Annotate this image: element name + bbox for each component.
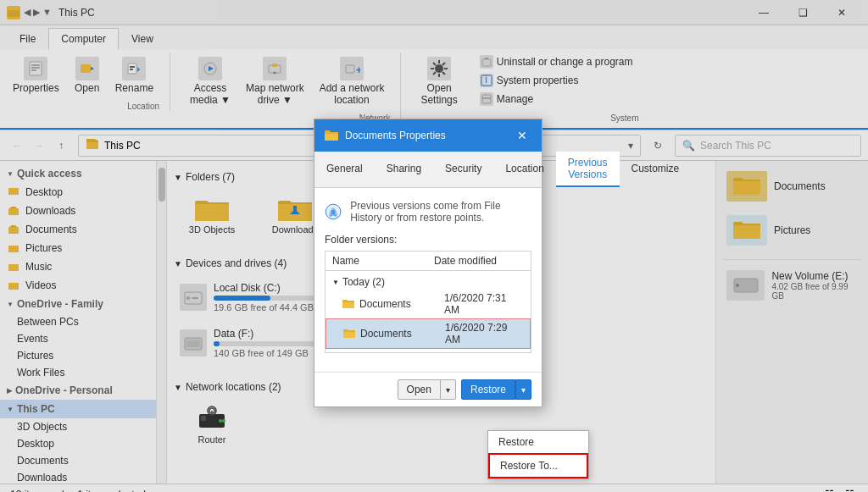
modal-tab-security[interactable]: Security (433, 152, 493, 187)
modal-tabs: General Sharing Security Location Previo… (314, 152, 542, 188)
modal-titlebar: Documents Properties ✕ (314, 119, 542, 152)
folder-versions-label: Folder versions: (325, 234, 531, 246)
modal-title: Documents Properties (345, 130, 446, 141)
version-name-1: Documents (359, 298, 444, 310)
versions-header-name: Name (332, 255, 434, 267)
modal-overlay: Documents Properties ✕ General Sharing S… (0, 0, 868, 492)
restore-dropdown-item-restore[interactable]: Restore (488, 431, 588, 453)
versions-group-label: Today (2) (342, 276, 385, 288)
open-split-button: Open ▾ (398, 379, 456, 400)
restore-button[interactable]: Restore (461, 379, 515, 400)
modal-tab-sharing[interactable]: Sharing (375, 152, 433, 187)
open-dropdown-arrow[interactable]: ▾ (441, 379, 456, 400)
versions-table: Name Date modified ▼ Today (2) Documents (325, 251, 531, 353)
modal-tab-location[interactable]: Location (493, 152, 555, 187)
version-folder-icon-2 (343, 328, 355, 340)
modal-info-icon (325, 198, 342, 225)
restore-dropdown-arrow[interactable]: ▾ (515, 379, 531, 400)
modal-close-button[interactable]: ✕ (513, 126, 531, 145)
versions-group-today-header: ▼ Today (2) (326, 274, 531, 290)
modal-titlebar-left: Documents Properties (325, 129, 446, 142)
modal-footer: Open ▾ Restore ▾ (314, 372, 542, 406)
restore-dropdown: Restore Restore To... (487, 430, 589, 479)
restore-dropdown-item-restore-to[interactable]: Restore To... (488, 453, 588, 478)
version-date-1: 1/6/2020 7:31 AM (444, 292, 524, 316)
documents-properties-modal: Documents Properties ✕ General Sharing S… (314, 119, 542, 407)
versions-today-group: ▼ Today (2) Documents 1/6/2020 7:31 AM (326, 271, 531, 352)
version-row-2[interactable]: Documents 1/6/2020 7:29 AM (326, 318, 531, 349)
modal-tab-customize[interactable]: Customize (620, 152, 692, 187)
modal-tab-general[interactable]: General (314, 152, 375, 187)
version-name-2: Documents (360, 328, 445, 340)
versions-header: Name Date modified (326, 252, 531, 271)
open-button[interactable]: Open (398, 379, 441, 400)
versions-header-date: Date modified (434, 255, 524, 267)
version-folder-icon-1 (342, 298, 354, 310)
version-row-1[interactable]: Documents 1/6/2020 7:31 AM (326, 290, 531, 318)
modal-info: Previous versions come from File History… (325, 198, 531, 225)
modal-body: Previous versions come from File History… (314, 188, 542, 372)
versions-group-chevron: ▼ (332, 279, 339, 286)
restore-split-button: Restore ▾ (461, 379, 531, 400)
modal-info-text: Previous versions come from File History… (350, 200, 531, 224)
version-date-2: 1/6/2020 7:29 AM (445, 322, 523, 346)
modal-tab-previous-versions[interactable]: Previous Versions (556, 152, 620, 187)
modal-folder-icon (325, 129, 338, 142)
